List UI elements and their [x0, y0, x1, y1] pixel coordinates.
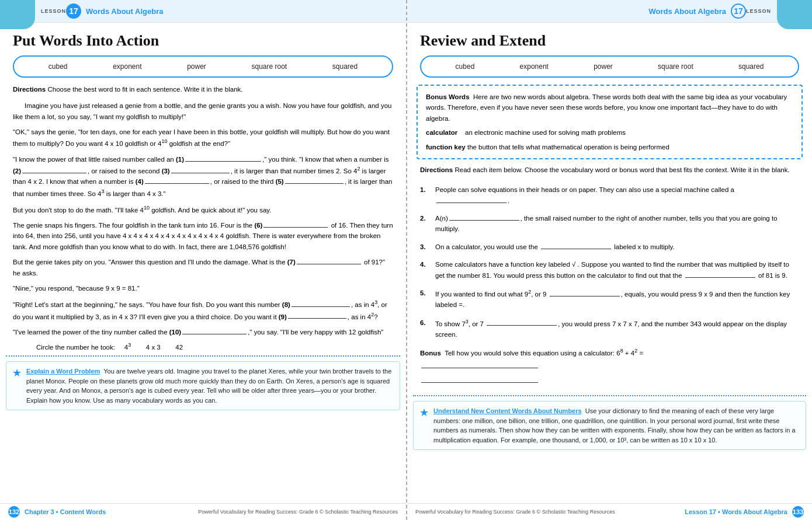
right-section-title: Review and Extend [407, 23, 812, 55]
right-star-section: ★ Understand New Content Words About Num… [413, 401, 806, 450]
bonus-bottom: Bonus Tell how you would solve this equa… [420, 347, 799, 358]
q4-text: Some calculators have a function key lab… [435, 259, 799, 281]
question-4: 4. Some calculators have a function key … [420, 259, 799, 281]
page-container: LESSON 17 Words About Algebra Put Words … [0, 0, 812, 520]
question-3: 3. On a calculator, you would use the la… [420, 242, 799, 252]
left-page-number: 132 [8, 506, 20, 518]
vocab-word-squared: squared [328, 61, 362, 72]
left-content-area: Directions Choose the best word to fit i… [0, 85, 406, 351]
left-directions: Directions Choose the best word to fit i… [13, 85, 393, 95]
bonus-word-2-term: function key [426, 144, 466, 151]
right-lesson-label: LESSON [746, 8, 771, 14]
right-page: Words About Algebra 17 LESSON Review and… [406, 0, 812, 520]
left-section-title: Put Words Into Action [0, 23, 406, 55]
vocab-word-exponent: exponent [108, 61, 146, 72]
right-star-icon: ★ [419, 406, 429, 419]
left-lesson-header: LESSON 17 Words About Algebra [0, 0, 406, 23]
bonus-intro: Bonus Words Here are two new words about… [426, 92, 793, 124]
question-6: 6. To show 73, or 7 , you would press 7 … [420, 317, 799, 340]
q2-text: A(n), the small raised number to the rig… [435, 213, 799, 235]
left-footer-chapter: Chapter 3 • Content Words [25, 508, 106, 515]
question-1: 1. People can solve equations in their h… [420, 184, 799, 206]
circle-line: Circle the number he took: 43 4 x 3 42 [13, 342, 393, 351]
story-para-6: But the genie takes pity on you. "Answer… [13, 257, 393, 278]
questions-list: 1. People can solve equations in their h… [407, 181, 812, 390]
left-lesson-title: Words About Algebra [86, 7, 163, 16]
q1-number: 1. [420, 184, 432, 195]
right-footer: Powerful Vocabulary for Reading Success:… [407, 503, 812, 520]
right-star-title: Understand New Content Words About Numbe… [433, 407, 582, 414]
bonus-word-1-term: calculator [426, 129, 457, 136]
right-page-number: 133 [792, 506, 804, 518]
left-lesson-label: LESSON [41, 8, 66, 14]
bonus-word-1: calculator an electronic machine used fo… [426, 127, 793, 138]
bonus-intro-text: Here are two new words about algebra. Th… [426, 93, 787, 122]
left-page: LESSON 17 Words About Algebra Put Words … [0, 0, 406, 520]
right-directions: Directions Read each item below. Choose … [420, 165, 799, 175]
bonus-word-2-def: the button that tells what mathematical … [467, 144, 669, 151]
left-footer-sub: Powerful Vocabulary for Reading Success:… [198, 509, 398, 515]
q2-number: 2. [420, 213, 432, 224]
left-star-title: Explain a Word Problem [26, 368, 100, 375]
right-footer-lesson: Lesson 17 • Words About Algebra [685, 508, 787, 515]
right-star-text: Understand New Content Words About Numbe… [433, 406, 800, 445]
right-vocab-power: power [589, 61, 617, 72]
left-star-section: ★ Explain a Word Problem You are twelve … [6, 361, 400, 410]
right-lesson-number: 17 [731, 4, 746, 19]
bonus-box: Bonus Words Here are two new words about… [417, 85, 803, 159]
vocab-word-power: power [182, 61, 211, 72]
blue-tab-left [0, 0, 35, 29]
story-para-7: "Nine," you respond, "because 9 x 9 = 81… [13, 283, 393, 294]
q6-text: To show 73, or 7 , you would press 7 x 7… [435, 317, 799, 340]
right-vocab-squared: squared [734, 61, 768, 72]
story-para-9: "I've learned the power of the tiny numb… [13, 327, 393, 337]
story-para-3: "I know the power of that little raised … [13, 154, 393, 199]
q5-text: If you wanted to find out what 92, or 9 … [435, 288, 799, 310]
vocab-word-cubed: cubed [44, 61, 72, 72]
left-star-text: Explain a Word Problem You are twelve ye… [26, 367, 394, 405]
left-divider [6, 355, 400, 357]
story-para-2: "OK," says the genie, "for ten days, one… [13, 127, 393, 149]
right-content-area: Directions Read each item below. Choose … [407, 165, 812, 175]
q3-number: 3. [420, 242, 432, 252]
story-para-1: Imagine you have just released a genie f… [13, 100, 393, 122]
bonus-word-2: function key the button that tells what … [426, 142, 793, 152]
left-lesson-number: 17 [66, 4, 81, 19]
right-lesson-title: Words About Algebra [649, 7, 726, 16]
q3-text: On a calculator, you would use the label… [435, 242, 799, 252]
right-footer-sub: Powerful Vocabulary for Reading Success:… [415, 509, 615, 515]
story-para-4: But you don't stop to do the math. "I'll… [13, 204, 393, 215]
left-footer: 132 Chapter 3 • Content Words Powerful V… [0, 503, 406, 520]
q6-number: 6. [420, 317, 432, 328]
left-star-icon: ★ [12, 367, 22, 379]
right-vocab-box: cubed exponent power square root squared [420, 55, 799, 78]
bonus-label: Bonus Words [426, 93, 470, 100]
bonus-word-1-def: an electronic machine used for solving m… [465, 129, 626, 136]
vocab-word-square-root: square root [247, 61, 292, 72]
bonus-bottom-question: Tell how you would solve this equation u… [445, 350, 643, 357]
right-vocab-exponent: exponent [515, 61, 553, 72]
question-5: 5. If you wanted to find out what 92, or… [420, 288, 799, 310]
question-2: 2. A(n), the small raised number to the … [420, 213, 799, 235]
q5-number: 5. [420, 288, 432, 298]
left-vocab-box: cubed exponent power square root squared [13, 55, 393, 78]
right-lesson-header: Words About Algebra 17 LESSON [407, 0, 812, 23]
bonus-answer-area [420, 362, 799, 387]
q4-number: 4. [420, 259, 432, 270]
right-vocab-cubed: cubed [451, 61, 480, 72]
right-vocab-square-root: square root [653, 61, 698, 72]
story-para-8: "Right! Let's start at the beginning," h… [13, 298, 393, 322]
story-para-5: The genie snaps his fingers. The four go… [13, 220, 393, 252]
blue-tab-right [777, 0, 812, 29]
bonus-bottom-text: Bonus [420, 350, 441, 357]
q1-text: People can solve equations in their head… [435, 184, 799, 206]
right-divider [413, 395, 806, 396]
